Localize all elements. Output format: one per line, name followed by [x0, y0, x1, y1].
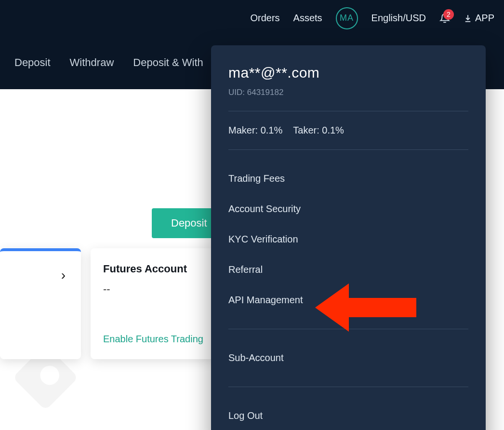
notifications-button[interactable]: 2 — [439, 13, 450, 24]
app-download-label: APP — [475, 13, 494, 24]
divider — [228, 111, 468, 111]
taker-fee: Taker: 0.1% — [293, 125, 344, 136]
top-navbar: Orders Assets MA English/USD 2 APP — [0, 0, 504, 36]
enable-futures-link[interactable]: Enable Futures Trading — [103, 334, 203, 345]
card-value: -- — [103, 283, 203, 296]
futures-account-card[interactable]: Futures Account -- Enable Futures Tradin… — [91, 248, 216, 359]
account-card-partial[interactable]: › — [0, 248, 81, 359]
tab-withdraw[interactable]: Withdraw — [70, 56, 114, 69]
account-cards-row: › Futures Account -- Enable Futures Trad… — [0, 248, 216, 359]
chevron-right-icon: › — [61, 268, 66, 283]
divider — [228, 387, 468, 387]
menu-referral[interactable]: Referral — [228, 255, 468, 285]
menu-log-out[interactable]: Log Out — [228, 401, 468, 430]
dropdown-uid: UID: 64319182 — [228, 88, 468, 97]
locale-selector[interactable]: English/USD — [371, 13, 426, 24]
notification-badge: 2 — [443, 9, 454, 20]
menu-account-security[interactable]: Account Security — [228, 194, 468, 224]
app-download-button[interactable]: APP — [464, 13, 494, 24]
menu-api-management[interactable]: API Management — [228, 285, 468, 315]
dropdown-email: ma**@**.com — [228, 65, 468, 81]
divider — [228, 149, 468, 150]
menu-kyc-verification[interactable]: KYC Verification — [228, 224, 468, 255]
nav-orders[interactable]: Orders — [250, 13, 279, 24]
menu-sub-account[interactable]: Sub-Account — [228, 343, 468, 373]
dropdown-menu-section: Trading Fees Account Security KYC Verifi… — [228, 163, 468, 315]
menu-trading-fees[interactable]: Trading Fees — [228, 163, 468, 194]
maker-fee: Maker: 0.1% — [228, 125, 282, 136]
divider — [228, 329, 468, 329]
dropdown-fees-row: Maker: 0.1% Taker: 0.1% — [228, 125, 468, 136]
avatar-initials: MA — [340, 13, 354, 23]
nav-assets[interactable]: Assets — [293, 13, 322, 24]
avatar-button[interactable]: MA — [336, 7, 358, 29]
tab-deposit[interactable]: Deposit — [14, 56, 51, 69]
tab-deposit-withdraw-history[interactable]: Deposit & With — [133, 56, 203, 69]
card-title: Futures Account — [103, 263, 203, 275]
download-icon — [464, 14, 472, 23]
account-dropdown: ma**@**.com UID: 64319182 Maker: 0.1% Ta… — [211, 45, 486, 430]
svg-point-1 — [40, 366, 59, 385]
